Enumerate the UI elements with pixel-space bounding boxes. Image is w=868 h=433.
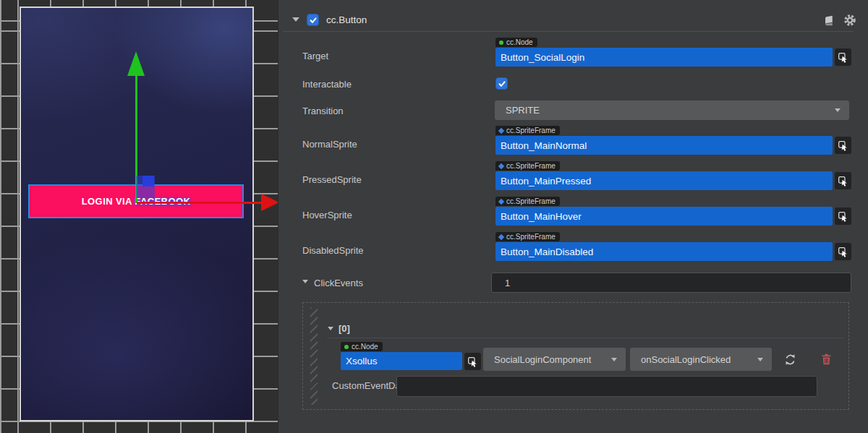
interactable-checkbox[interactable] [495, 77, 508, 90]
event-node-picker-button[interactable] [464, 353, 481, 370]
event-component-value: SocialLoginComponent [494, 354, 591, 365]
hover-sprite-tag-label: cc.SpriteFrame [506, 197, 556, 206]
target-node-field[interactable]: Button_SocialLogin [495, 48, 833, 67]
gear-icon [843, 14, 856, 27]
component-settings-gear-icon[interactable] [842, 12, 858, 28]
hover-sprite-type-tag: cc.SpriteFrame [495, 197, 560, 206]
component-collapse-chevron-icon[interactable] [292, 17, 299, 22]
disabled-sprite-type-tag: cc.SpriteFrame [495, 232, 560, 241]
move-gizmo-xy-plane-handle-solid [142, 176, 154, 187]
node-picker-icon [838, 246, 848, 257]
click-events-collapse-chevron-icon[interactable] [302, 280, 308, 283]
spriteframe-type-dot-icon [498, 198, 504, 204]
disabled-sprite-tag-label: cc.SpriteFrame [506, 232, 556, 241]
trash-icon [821, 353, 832, 365]
event-refresh-button[interactable] [783, 352, 797, 366]
transition-label: Transition [302, 106, 344, 116]
target-type-tag-label: cc.Node [506, 38, 533, 47]
pressed-sprite-type-tag: cc.SpriteFrame [495, 161, 560, 171]
target-node-picker-button[interactable] [835, 48, 851, 66]
dropdown-chevron-icon [835, 108, 841, 112]
event-component-dropdown[interactable]: SocialLoginComponent [483, 348, 626, 371]
normal-sprite-field[interactable]: Button_MainNormal [495, 136, 833, 155]
dropdown-chevron-icon [757, 358, 763, 361]
event-item-collapse-chevron-icon[interactable] [328, 327, 333, 330]
event-handler-value: onSocialLoginClicked [641, 354, 731, 365]
pressed-sprite-label: PressedSprite [302, 174, 362, 185]
check-icon [498, 80, 506, 88]
component-enabled-checkbox[interactable] [307, 14, 319, 26]
disabled-sprite-field[interactable]: Button_MainDisabled [495, 242, 833, 261]
node-picker-icon [838, 211, 848, 222]
event-node-type-tag: cc.Node [341, 342, 383, 351]
disabled-sprite-picker-button[interactable] [835, 243, 851, 260]
check-icon [309, 16, 318, 25]
move-gizmo-y-axis-arrow-icon[interactable] [127, 51, 145, 76]
component-title: cc.Button [326, 14, 367, 25]
normal-sprite-type-tag: cc.SpriteFrame [495, 126, 560, 135]
normal-sprite-label: NormalSprite [302, 139, 357, 150]
normal-sprite-tag-label: cc.SpriteFrame [506, 126, 556, 135]
event-node-field[interactable]: Xsollus [341, 352, 462, 370]
target-type-tag: cc.Node [495, 38, 537, 47]
scene-view: LOGIN VIA FACEBOOK [0, 0, 278, 433]
login-button-label: LOGIN VIA [82, 196, 135, 207]
hover-sprite-label: HoverSprite [302, 210, 352, 220]
node-picker-icon [838, 176, 848, 187]
header-divider [283, 31, 854, 32]
docs-book-icon[interactable] [821, 13, 835, 27]
event-handler-dropdown[interactable]: onSocialLoginClicked [630, 348, 772, 371]
book-icon [822, 14, 835, 27]
pressed-sprite-tag-label: cc.SpriteFrame [506, 161, 556, 171]
node-picker-icon [467, 356, 478, 367]
pressed-sprite-field[interactable]: Button_MainPressed [495, 171, 833, 190]
drag-handle-hatch[interactable] [310, 307, 318, 405]
transition-dropdown[interactable]: SPRITE [495, 100, 849, 120]
spriteframe-type-dot-icon [498, 163, 504, 168]
spriteframe-type-dot-icon [498, 233, 504, 239]
move-gizmo-x-axis-arrow-icon[interactable] [261, 194, 279, 211]
pressed-sprite-picker-button[interactable] [835, 172, 851, 189]
click-events-label: ClickEvents [314, 278, 363, 288]
click-event-item-box: [0] cc.Node Xsollus SocialLoginComponent… [302, 302, 849, 410]
hover-sprite-picker-button[interactable] [835, 207, 851, 225]
event-item-index: [0] [339, 323, 350, 334]
event-delete-button[interactable] [820, 352, 833, 366]
normal-sprite-picker-button[interactable] [835, 137, 851, 154]
transition-value: SPRITE [506, 105, 540, 116]
move-gizmo-x-axis-line[interactable] [137, 202, 262, 204]
inspector-panel: cc.Button Target cc.Node Button_SocialLo… [278, 0, 868, 433]
node-type-dot-icon [499, 40, 503, 45]
event-node-tag-label: cc.Node [352, 342, 378, 351]
dropdown-chevron-icon [611, 358, 617, 361]
hover-sprite-field[interactable]: Button_MainHover [495, 207, 833, 226]
event-item-divider [327, 338, 844, 338]
click-events-count-field[interactable]: 1 [491, 273, 851, 293]
disabled-sprite-label: DisabledSprite [302, 245, 364, 256]
node-picker-icon [838, 140, 848, 151]
custom-event-data-input[interactable] [396, 376, 817, 397]
refresh-icon [784, 353, 796, 366]
spriteframe-type-dot-icon [498, 127, 504, 133]
node-type-dot-icon [344, 345, 349, 349]
target-label: Target [302, 51, 328, 61]
node-picker-icon [838, 52, 848, 63]
interactable-label: Interactable [302, 79, 352, 90]
